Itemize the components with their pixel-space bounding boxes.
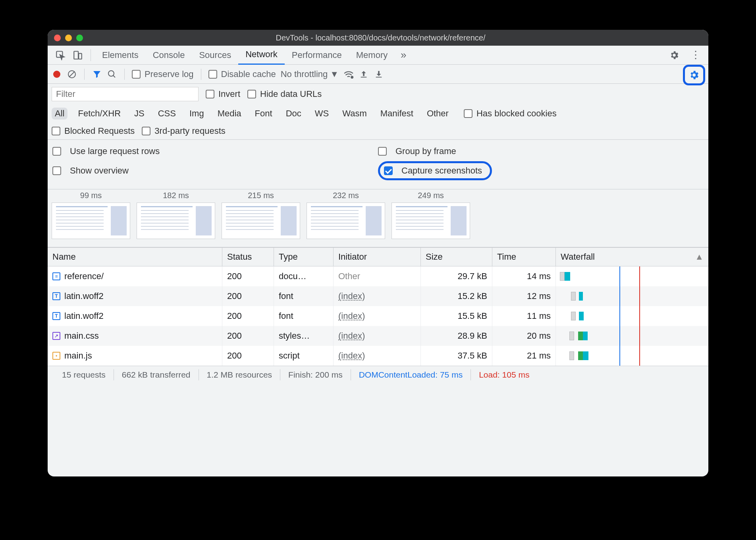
close-window-button[interactable] xyxy=(54,35,61,41)
requests-table: Name Status Type Initiator Size Time Wat… xyxy=(48,247,708,366)
filter-section: Invert Hide data URLs AllFetch/XHRJSCSSI… xyxy=(48,84,708,140)
screenshot-3[interactable]: 232 ms xyxy=(307,191,385,239)
file-css-icon: ↗ xyxy=(52,332,60,340)
svg-point-7 xyxy=(351,76,353,78)
col-name[interactable]: Name xyxy=(48,248,222,266)
type-filter-ws[interactable]: WS xyxy=(312,108,332,120)
table-row[interactable]: Tlatin.woff2200font(index)15.2 kB12 ms xyxy=(48,286,708,306)
blocked-requests-checkbox[interactable]: Blocked Requests xyxy=(52,126,135,136)
search-icon[interactable] xyxy=(107,69,117,79)
network-toolbar: Preserve log Disable cache No throttling… xyxy=(48,65,708,84)
throttling-select[interactable]: No throttling ▼ xyxy=(281,69,339,79)
show-overview-checkbox[interactable]: Show overview xyxy=(52,166,129,176)
col-time[interactable]: Time xyxy=(492,248,556,266)
type-filter-doc[interactable]: Doc xyxy=(283,108,305,120)
svg-line-6 xyxy=(113,75,115,77)
titlebar: DevTools - localhost:8080/docs/devtools/… xyxy=(48,30,708,46)
svg-rect-1 xyxy=(74,51,78,59)
type-filter-all[interactable]: All xyxy=(52,108,68,120)
download-har-icon[interactable] xyxy=(374,69,384,79)
col-size[interactable]: Size xyxy=(421,248,492,266)
inspect-icon[interactable] xyxy=(53,48,68,62)
device-toggle-icon[interactable] xyxy=(71,48,85,62)
table-row[interactable]: Tlatin.woff2200font(index)15.5 kB11 ms xyxy=(48,306,708,326)
preserve-log-checkbox[interactable]: Preserve log xyxy=(132,69,194,79)
capture-screenshots-checkbox[interactable]: Capture screenshots xyxy=(384,166,482,176)
network-conditions-icon[interactable] xyxy=(343,69,354,79)
filter-input[interactable] xyxy=(52,87,199,101)
capture-screenshots-highlight: Capture screenshots xyxy=(378,161,492,180)
filter-icon[interactable] xyxy=(92,69,102,79)
status-resources: 1.2 MB resources xyxy=(199,369,281,380)
third-party-checkbox[interactable]: 3rd-party requests xyxy=(142,126,226,136)
screenshot-0[interactable]: 99 ms xyxy=(52,191,130,239)
status-dcl: DOMContentLoaded: 75 ms xyxy=(351,369,471,380)
network-settings-panel: Use large request rows Group by frame Sh… xyxy=(48,140,708,189)
has-blocked-cookies-checkbox[interactable]: Has blocked cookies xyxy=(464,108,557,119)
svg-rect-2 xyxy=(79,53,82,59)
clear-button[interactable] xyxy=(67,69,77,79)
more-tabs-icon[interactable]: » xyxy=(396,48,411,62)
maximize-window-button[interactable] xyxy=(76,35,83,41)
devtools-window: DevTools - localhost:8080/docs/devtools/… xyxy=(48,30,708,476)
screenshot-1[interactable]: 182 ms xyxy=(137,191,215,239)
col-type[interactable]: Type xyxy=(274,248,334,266)
tab-elements[interactable]: Elements xyxy=(95,46,146,65)
window-title: DevTools - localhost:8080/docs/devtools/… xyxy=(83,33,678,42)
tab-network[interactable]: Network xyxy=(238,46,285,65)
invert-checkbox[interactable]: Invert xyxy=(206,89,240,99)
sort-indicator-icon: ▲ xyxy=(695,252,704,262)
status-load: Load: 105 ms xyxy=(471,369,537,380)
screenshot-2[interactable]: 215 ms xyxy=(222,191,300,239)
kebab-menu-icon[interactable]: ⋮ xyxy=(688,48,703,62)
screenshot-4[interactable]: 249 ms xyxy=(392,191,470,239)
table-header: Name Status Type Initiator Size Time Wat… xyxy=(48,247,708,266)
upload-har-icon[interactable] xyxy=(359,69,369,79)
table-row[interactable]: ≡reference/200docu…Other29.7 kB14 ms xyxy=(48,266,708,286)
screenshot-strip: 99 ms182 ms215 ms232 ms249 ms xyxy=(48,189,708,247)
col-status[interactable]: Status xyxy=(222,248,274,266)
chevron-down-icon: ▼ xyxy=(330,69,339,79)
status-requests: 15 requests xyxy=(54,369,114,380)
file-js-icon: • xyxy=(52,352,60,360)
tab-memory[interactable]: Memory xyxy=(349,46,395,65)
settings-gear-icon[interactable] xyxy=(667,48,681,62)
type-filter-img[interactable]: Img xyxy=(186,108,207,120)
file-font-icon: T xyxy=(52,292,60,300)
disable-cache-checkbox[interactable]: Disable cache xyxy=(208,69,276,79)
status-bar: 15 requests 662 kB transferred 1.2 MB re… xyxy=(48,366,708,383)
type-filter-manifest[interactable]: Manifest xyxy=(377,108,417,120)
svg-point-5 xyxy=(108,71,114,76)
tab-sources[interactable]: Sources xyxy=(192,46,238,65)
type-filter-fetch-xhr[interactable]: Fetch/XHR xyxy=(75,108,124,120)
table-row[interactable]: •main.js200script(index)37.5 kB21 ms xyxy=(48,346,708,366)
file-doc-icon: ≡ xyxy=(52,272,60,280)
large-rows-checkbox[interactable]: Use large request rows xyxy=(52,146,160,156)
hide-data-urls-checkbox[interactable]: Hide data URLs xyxy=(247,89,322,99)
status-finish: Finish: 200 ms xyxy=(280,369,351,380)
window-controls xyxy=(54,35,83,41)
type-filter-font[interactable]: Font xyxy=(252,108,276,120)
status-transferred: 662 kB transferred xyxy=(114,369,199,380)
col-waterfall[interactable]: Waterfall▲ xyxy=(556,248,708,266)
type-filter-other[interactable]: Other xyxy=(424,108,452,120)
svg-rect-8 xyxy=(361,77,367,77)
type-filter-media[interactable]: Media xyxy=(214,108,245,120)
svg-rect-9 xyxy=(376,77,382,77)
tab-performance[interactable]: Performance xyxy=(285,46,349,65)
minimize-window-button[interactable] xyxy=(65,35,72,41)
svg-line-4 xyxy=(69,71,75,77)
table-row[interactable]: ↗main.css200styles…(index)28.9 kB20 ms xyxy=(48,326,708,346)
file-font-icon: T xyxy=(52,312,60,320)
type-filter-css[interactable]: CSS xyxy=(155,108,179,120)
type-filter-js[interactable]: JS xyxy=(131,108,148,120)
type-filter-wasm[interactable]: Wasm xyxy=(339,108,370,120)
col-initiator[interactable]: Initiator xyxy=(334,248,421,266)
main-tabbar: ElementsConsoleSourcesNetworkPerformance… xyxy=(48,46,708,65)
network-settings-gear-icon[interactable] xyxy=(683,65,705,85)
tab-console[interactable]: Console xyxy=(146,46,192,65)
group-by-frame-checkbox[interactable]: Group by frame xyxy=(378,146,456,156)
record-button[interactable] xyxy=(52,69,62,79)
